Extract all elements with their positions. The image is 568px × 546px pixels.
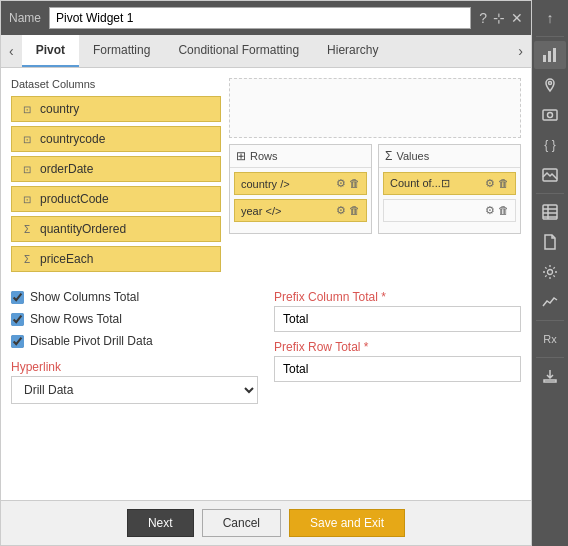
svg-rect-4 <box>543 110 557 120</box>
show-rows-total-checkbox[interactable] <box>11 313 24 326</box>
col-label: orderDate <box>40 162 93 176</box>
list-item[interactable]: Σ quantityOrdered <box>11 216 221 242</box>
rows-label: Rows <box>250 150 278 162</box>
list-item[interactable]: ⊡ country <box>11 96 221 122</box>
required-star: * <box>381 290 386 304</box>
tab-nav-right[interactable]: › <box>510 37 531 65</box>
list-item[interactable]: Count of...⊡ ⚙ 🗑 <box>383 172 516 195</box>
show-rows-total-label: Show Rows Total <box>30 312 122 326</box>
dim-icon: ⊡ <box>20 102 34 116</box>
svg-point-3 <box>549 82 552 85</box>
tab-pivot[interactable]: Pivot <box>22 35 79 67</box>
list-item[interactable]: ⊡ productCode <box>11 186 221 212</box>
list-item[interactable]: ⚙ 🗑 <box>383 199 516 222</box>
settings-icon[interactable]: ⚙ <box>336 177 346 190</box>
value-item-text: Count of...⊡ <box>390 177 485 190</box>
move-icon[interactable]: ⊹ <box>493 10 505 26</box>
tab-hierarchy[interactable]: Hierarchy <box>313 35 392 67</box>
columns-drop-zone[interactable] <box>229 78 521 138</box>
close-icon[interactable]: ✕ <box>511 10 523 26</box>
required-star: * <box>364 340 369 354</box>
col-label: priceEach <box>40 252 93 266</box>
prefix-column-total-input[interactable] <box>274 306 521 332</box>
sidebar-icon-table[interactable] <box>534 198 566 226</box>
sidebar-icon-code[interactable]: { } <box>534 131 566 159</box>
disable-pivot-drill-label: Disable Pivot Drill Data <box>30 334 153 348</box>
show-columns-total-label: Show Columns Total <box>30 290 139 304</box>
svg-rect-2 <box>553 48 556 62</box>
values-drop-zone[interactable]: Σ Values Count of...⊡ ⚙ 🗑 <box>378 144 521 234</box>
hyperlink-label: Hyperlink <box>11 360 258 374</box>
delete-icon[interactable]: 🗑 <box>349 204 360 217</box>
tab-nav-left[interactable]: ‹ <box>1 37 22 65</box>
svg-point-12 <box>548 270 553 275</box>
delete-icon[interactable]: 🗑 <box>498 177 509 190</box>
col-label: productCode <box>40 192 109 206</box>
settings-icon[interactable]: ⚙ <box>485 204 495 217</box>
svg-point-5 <box>548 113 553 118</box>
rows-header: ⊞ Rows <box>230 145 371 168</box>
prefix-row-total-label: Prefix Row Total * <box>274 340 521 354</box>
delete-icon[interactable]: 🗑 <box>498 204 509 217</box>
values-icon: Σ <box>385 149 392 163</box>
options-left: Show Columns Total Show Rows Total Disab… <box>11 290 258 404</box>
dim-icon: ⊡ <box>20 192 34 206</box>
drop-zones-panel: ⊞ Rows country /> ⚙ 🗑 <box>229 78 521 276</box>
next-button[interactable]: Next <box>127 509 194 537</box>
sidebar-icon-up[interactable]: ↑ <box>534 4 566 32</box>
sidebar-icon-download[interactable] <box>534 362 566 390</box>
name-label: Name <box>9 11 41 25</box>
show-columns-total-checkbox[interactable] <box>11 291 24 304</box>
show-rows-total-row[interactable]: Show Rows Total <box>11 312 258 326</box>
sidebar-icon-chart[interactable] <box>534 41 566 69</box>
show-columns-total-row[interactable]: Show Columns Total <box>11 290 258 304</box>
hyperlink-section: Hyperlink Drill Data None Custom <box>11 356 258 404</box>
svg-rect-0 <box>543 55 546 62</box>
row-item-text: country /> <box>241 178 336 190</box>
widget-name-input[interactable] <box>49 7 471 29</box>
help-icon[interactable]: ? <box>479 10 487 26</box>
dim-icon: ⊡ <box>20 132 34 146</box>
prefix-column-total-section: Prefix Column Total * <box>274 290 521 332</box>
rows-icon: ⊞ <box>236 149 246 163</box>
list-item[interactable]: year </> ⚙ 🗑 <box>234 199 367 222</box>
list-item[interactable]: ⊡ countrycode <box>11 126 221 152</box>
dataset-columns-panel: Dataset Columns ⊡ country ⊡ countrycode … <box>11 78 221 276</box>
cancel-button[interactable]: Cancel <box>202 509 281 537</box>
content-area: Dataset Columns ⊡ country ⊡ countrycode … <box>1 68 531 500</box>
sidebar-icon-rx[interactable]: Rx <box>534 325 566 353</box>
sidebar-icon-image[interactable] <box>534 161 566 189</box>
list-item[interactable]: ⊡ orderDate <box>11 156 221 182</box>
tab-bar: ‹ Pivot Formatting Conditional Formattin… <box>1 35 531 68</box>
list-item[interactable]: country /> ⚙ 🗑 <box>234 172 367 195</box>
sidebar-icon-linechart[interactable] <box>534 288 566 316</box>
sidebar-icon-settings[interactable] <box>534 258 566 286</box>
row-item-text: year </> <box>241 205 336 217</box>
measure-icon: Σ <box>20 252 34 266</box>
settings-icon[interactable]: ⚙ <box>336 204 346 217</box>
disable-pivot-drill-checkbox[interactable] <box>11 335 24 348</box>
sidebar-icon-doc[interactable] <box>534 228 566 256</box>
save-and-exit-button[interactable]: Save and Exit <box>289 509 405 537</box>
sidebar-icon-photo[interactable] <box>534 101 566 129</box>
col-label: quantityOrdered <box>40 222 126 236</box>
values-header: Σ Values <box>379 145 520 168</box>
prefix-row-total-input[interactable] <box>274 356 521 382</box>
rows-drop-zone[interactable]: ⊞ Rows country /> ⚙ 🗑 <box>229 144 372 234</box>
tab-formatting[interactable]: Formatting <box>79 35 164 67</box>
svg-rect-1 <box>548 51 551 62</box>
values-label: Values <box>396 150 429 162</box>
settings-icon[interactable]: ⚙ <box>485 177 495 190</box>
sidebar-icon-map[interactable] <box>534 71 566 99</box>
disable-pivot-drill-row[interactable]: Disable Pivot Drill Data <box>11 334 258 348</box>
measure-icon: Σ <box>20 222 34 236</box>
hyperlink-dropdown[interactable]: Drill Data None Custom <box>11 376 258 404</box>
col-label: country <box>40 102 79 116</box>
prefix-column-total-label: Prefix Column Total * <box>274 290 521 304</box>
delete-icon[interactable]: 🗑 <box>349 177 360 190</box>
options-section: Show Columns Total Show Rows Total Disab… <box>11 290 521 404</box>
dim-icon: ⊡ <box>20 162 34 176</box>
options-right: Prefix Column Total * Prefix Row Total * <box>274 290 521 404</box>
list-item[interactable]: Σ priceEach <box>11 246 221 272</box>
tab-conditional-formatting[interactable]: Conditional Formatting <box>164 35 313 67</box>
